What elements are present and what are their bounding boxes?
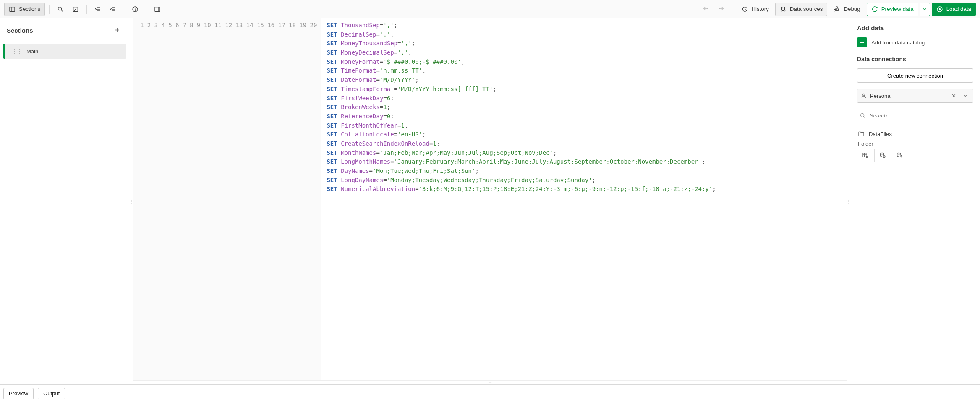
- preview-data-label: Preview data: [881, 6, 914, 12]
- load-data-button[interactable]: Load data: [932, 3, 976, 16]
- connection-search-input[interactable]: [870, 112, 971, 119]
- svg-point-20: [784, 10, 785, 11]
- space-dropdown-button[interactable]: [961, 93, 970, 98]
- svg-point-35: [863, 94, 865, 96]
- code-editor[interactable]: 1 2 3 4 5 6 7 8 9 10 11 12 13 14 15 16 1…: [133, 18, 847, 380]
- line-gutter: 1 2 3 4 5 6 7 8 9 10 11 12 13 14 15 16 1…: [133, 18, 321, 380]
- chevron-down-icon: [922, 7, 927, 12]
- history-label: History: [751, 6, 768, 12]
- separator: [86, 5, 87, 14]
- resize-handle-left[interactable]: ⋮: [130, 18, 133, 384]
- insert-script-button[interactable]: [874, 149, 890, 162]
- editor-container: 1 2 3 4 5 6 7 8 9 10 11 12 13 14 15 16 1…: [133, 18, 847, 384]
- add-from-catalog-label: Add from data catalog: [871, 39, 925, 46]
- insert-script-icon: [879, 152, 886, 159]
- connection-search[interactable]: [857, 109, 973, 123]
- preview-data-dropdown[interactable]: [920, 3, 930, 16]
- svg-point-17: [781, 7, 782, 8]
- outdent-button[interactable]: [106, 3, 120, 16]
- indent-button[interactable]: [91, 3, 105, 16]
- select-data-icon: [862, 152, 869, 159]
- datafiles-label: DataFiles: [869, 131, 892, 137]
- chevron-down-icon: [963, 93, 968, 98]
- connection-actions: [857, 149, 907, 162]
- panel-left-icon: [9, 6, 16, 13]
- code-area[interactable]: SET ThousandSep=','; SET DecimalSep='.';…: [321, 18, 847, 380]
- data-panel: Add data + Add from data catalog Data co…: [850, 18, 980, 384]
- panel-right-toggle-button[interactable]: [151, 3, 164, 16]
- space-label: Personal: [870, 93, 891, 99]
- svg-line-32: [839, 10, 839, 11]
- preview-icon: [871, 6, 878, 13]
- indent-icon: [94, 6, 101, 13]
- section-item-main[interactable]: ⋮⋮ Main: [3, 44, 126, 59]
- svg-line-31: [835, 10, 836, 11]
- plus-icon: +: [115, 26, 120, 35]
- debug-label: Debug: [844, 6, 860, 12]
- svg-point-18: [784, 7, 785, 8]
- svg-point-48: [897, 153, 900, 154]
- add-from-catalog-button[interactable]: + Add from data catalog: [857, 37, 973, 47]
- move-connection-button[interactable]: [891, 149, 907, 162]
- resize-handle-bottom[interactable]: ═: [133, 380, 847, 384]
- history-button[interactable]: History: [737, 3, 773, 16]
- load-data-label: Load data: [946, 6, 971, 12]
- redo-button[interactable]: [714, 3, 728, 16]
- resize-handle-right[interactable]: ⋮: [847, 18, 850, 384]
- folder-icon: [858, 131, 865, 137]
- outdent-icon: [110, 6, 116, 13]
- close-icon: ✕: [951, 93, 956, 99]
- bottom-tabs: Preview Output: [0, 384, 980, 402]
- add-section-button[interactable]: +: [111, 24, 123, 36]
- bug-icon: [834, 6, 840, 13]
- search-button[interactable]: [54, 3, 67, 16]
- data-sources-icon: [780, 6, 787, 13]
- connection-datafiles[interactable]: DataFiles: [857, 129, 973, 139]
- main-area: Sections + ⋮⋮ Main ⋮ 1 2 3 4 5 6 7 8 9 1…: [0, 18, 980, 384]
- redo-icon: [718, 6, 724, 13]
- undo-button[interactable]: [699, 3, 713, 16]
- move-icon: [896, 152, 903, 159]
- svg-line-37: [864, 117, 865, 118]
- svg-point-36: [861, 113, 864, 117]
- svg-point-2: [58, 7, 62, 10]
- top-toolbar: Sections: [0, 0, 980, 18]
- sections-panel: Sections + ⋮⋮ Main: [0, 18, 130, 384]
- separator: [124, 5, 124, 14]
- help-icon: [132, 6, 139, 13]
- svg-rect-14: [155, 7, 160, 11]
- section-item-label: Main: [26, 48, 38, 55]
- svg-line-28: [839, 8, 839, 8]
- svg-line-5: [74, 8, 76, 11]
- create-connection-button[interactable]: Create new connection: [857, 68, 973, 83]
- preview-tab[interactable]: Preview: [3, 388, 34, 399]
- play-icon: [936, 6, 943, 13]
- svg-point-44: [880, 153, 883, 154]
- select-data-button[interactable]: [857, 149, 873, 162]
- svg-marker-34: [939, 8, 941, 10]
- add-data-heading: Add data: [857, 24, 973, 31]
- undo-icon: [703, 6, 709, 13]
- clear-space-button[interactable]: ✕: [950, 93, 958, 99]
- space-selector[interactable]: Personal ✕: [857, 89, 973, 103]
- data-sources-label: Data sources: [790, 6, 823, 12]
- sections-toggle-button[interactable]: Sections: [4, 3, 45, 16]
- separator: [146, 5, 146, 14]
- svg-line-27: [834, 8, 835, 8]
- separator: [49, 5, 50, 14]
- drag-handle-icon[interactable]: ⋮⋮: [11, 48, 21, 55]
- data-sources-button[interactable]: Data sources: [775, 3, 828, 16]
- separator: [732, 5, 732, 14]
- svg-line-3: [61, 10, 63, 11]
- search-icon: [57, 6, 64, 13]
- help-button[interactable]: [128, 3, 142, 16]
- preview-data-button[interactable]: Preview data: [867, 3, 918, 16]
- panel-right-icon: [154, 6, 161, 13]
- data-connections-heading: Data connections: [857, 56, 973, 63]
- debug-button[interactable]: Debug: [829, 3, 865, 16]
- svg-point-19: [781, 10, 782, 11]
- user-icon: [861, 93, 867, 99]
- sections-toggle-label: Sections: [19, 6, 40, 12]
- comment-toggle-button[interactable]: [69, 3, 82, 16]
- output-tab[interactable]: Output: [38, 388, 65, 399]
